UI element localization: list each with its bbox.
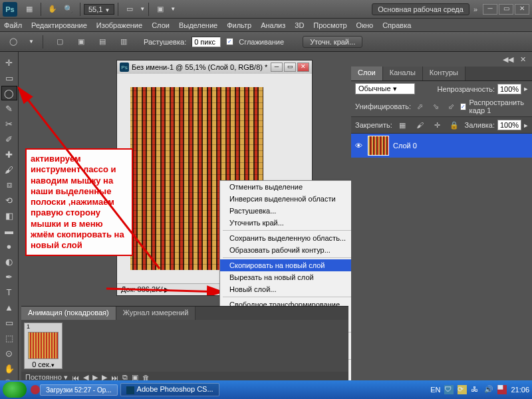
unify-visibility-icon[interactable]: ⬂ (431, 100, 440, 112)
healing-tool[interactable]: ✚ (1, 147, 17, 162)
clock[interactable]: 21:06 (511, 386, 529, 394)
layer-thumbnail[interactable] (368, 136, 389, 156)
unify-style-icon[interactable]: ⬃ (447, 100, 456, 112)
minimize-button[interactable]: ─ (483, 4, 497, 15)
history-brush-tool[interactable]: ⟲ (1, 193, 17, 207)
language-indicator[interactable]: EN (430, 386, 440, 394)
taskbar-item-photoshop[interactable]: Adobe Photoshop CS... (120, 383, 219, 396)
selection-subtract-icon[interactable]: ▤ (96, 36, 108, 48)
blend-mode-select[interactable]: Обычные ▾ (355, 83, 415, 94)
menu-file[interactable]: Файл (4, 21, 22, 29)
menu-layer[interactable]: Слои (152, 21, 170, 29)
hand-tool[interactable]: ✋ (1, 361, 17, 376)
unify-label: Унифицировать: (355, 102, 411, 110)
workspace-switcher[interactable]: Основная рабочая среда (372, 3, 469, 15)
zoom-level-input[interactable]: 55,1▼ (84, 4, 114, 15)
frame-delay[interactable]: 0 сек.▾ (32, 360, 55, 368)
path-select-tool[interactable]: ▲ (1, 300, 17, 315)
pen-tool[interactable]: ✒ (1, 269, 17, 284)
tab-measurement-log[interactable]: Журнал измерений (116, 307, 196, 320)
screen-mode-icon[interactable]: ▣ (154, 3, 166, 15)
antialias-label: Сглаживание (239, 38, 284, 46)
3d-tool[interactable]: ⬚ (1, 331, 17, 345)
lasso-tool-preset-icon[interactable]: ◯ (7, 36, 19, 48)
menu-view[interactable]: Просмотр (313, 21, 346, 29)
doc-maximize-button[interactable]: ▭ (284, 63, 296, 72)
workspace-chevrons-icon[interactable]: » (473, 5, 477, 13)
lock-transparency-icon[interactable]: ▦ (397, 119, 408, 131)
selection-add-icon[interactable]: ▣ (75, 36, 87, 48)
menu-filter[interactable]: Фильтр (227, 21, 251, 29)
app-titlebar: Ps ▦ ✋ 🔍 55,1▼ ▭▼ ▣▼ Основная рабочая ср… (0, 0, 532, 19)
layer-name[interactable]: Слой 0 (393, 142, 417, 150)
tab-animation[interactable]: Анимация (покадровая) (21, 307, 116, 320)
selection-intersect-icon[interactable]: ▥ (118, 36, 130, 48)
tray-shield-icon[interactable]: 🛡 (444, 385, 454, 394)
tray-update-icon[interactable]: ⟳ (458, 385, 467, 394)
hand-icon[interactable]: ✋ (47, 3, 59, 15)
close-button[interactable]: ✕ (515, 4, 529, 15)
doc-minimize-button[interactable]: ─ (271, 63, 283, 72)
animation-frame[interactable]: 1 0 сек.▾ (24, 323, 63, 369)
layer-visibility-icon[interactable]: 👁 (353, 142, 364, 150)
opera-icon[interactable] (31, 385, 40, 394)
lasso-tool[interactable]: ◯ (1, 86, 17, 100)
doc-close-button[interactable]: ✕ (297, 63, 309, 72)
menu-window[interactable]: Окно (356, 21, 374, 29)
start-button[interactable] (3, 382, 27, 398)
zoom-icon[interactable]: 🔍 (63, 3, 74, 15)
blur-tool[interactable]: ● (1, 239, 17, 253)
document-title: Без имени-1 @ 55,1% (Слой 0, RGB/8) * (132, 63, 267, 71)
view-extras-icon[interactable]: ▭ (124, 3, 136, 15)
menu-image[interactable]: Изображение (96, 21, 142, 29)
tab-layers[interactable]: Слои (351, 66, 383, 80)
move-tool[interactable]: ✛ (1, 55, 17, 70)
type-tool[interactable]: T (1, 285, 17, 299)
eraser-tool[interactable]: ◧ (1, 208, 17, 223)
crop-tool[interactable]: ✂ (1, 116, 17, 131)
menu-3d[interactable]: 3D (295, 21, 304, 29)
menu-help[interactable]: Справка (382, 21, 411, 29)
lock-label: Закрепить: (355, 121, 392, 129)
tray-volume-icon[interactable]: 🔊 (484, 385, 493, 394)
refine-edge-button[interactable]: Уточн. край... (303, 36, 362, 48)
tutorial-annotation: активируем инструмент лассо и наводим мы… (25, 148, 133, 256)
tab-paths[interactable]: Контуры (423, 66, 466, 80)
unify-position-icon[interactable]: ⬀ (416, 100, 424, 112)
menu-bar: Файл Редактирование Изображение Слои Выд… (0, 19, 532, 32)
3d-camera-tool[interactable]: ⊙ (1, 346, 17, 360)
lock-position-icon[interactable]: ✛ (432, 119, 442, 131)
shape-tool[interactable]: ▭ (1, 315, 17, 330)
gradient-tool[interactable]: ▬ (1, 223, 17, 238)
fill-input[interactable]: 100% (497, 120, 521, 130)
tray-network-icon[interactable]: 🖧 (471, 385, 480, 394)
opacity-input[interactable]: 100% (497, 84, 521, 94)
dodge-tool[interactable]: ◐ (1, 254, 17, 269)
menu-edit[interactable]: Редактирование (31, 21, 87, 29)
feather-input[interactable]: 0 пикс (192, 37, 221, 47)
menu-select[interactable]: Выделение (179, 21, 217, 29)
taskbar-item-downloads[interactable]: Загрузки 52:27 - Op... (40, 384, 118, 396)
stamp-tool[interactable]: ⧈ (1, 178, 17, 192)
marquee-tool[interactable]: ▭ (1, 70, 17, 85)
antialias-checkbox[interactable]: ✓ (226, 38, 233, 45)
eyedropper-tool[interactable]: ✐ (1, 132, 17, 146)
document-titlebar[interactable]: Ps Без имени-1 @ 55,1% (Слой 0, RGB/8) *… (117, 61, 312, 74)
windows-taskbar: Загрузки 52:27 - Op... Adobe Photoshop C… (0, 380, 532, 399)
lock-pixels-icon[interactable]: 🖌 (414, 119, 425, 131)
lock-all-icon[interactable]: 🔒 (449, 119, 460, 131)
collapse-panels-icon[interactable]: ◀◀ (501, 53, 515, 65)
document-icon: Ps (120, 63, 129, 72)
selection-new-icon[interactable]: ▢ (54, 36, 66, 48)
menu-analysis[interactable]: Анализ (261, 21, 285, 29)
quick-select-tool[interactable]: ✎ (1, 101, 17, 116)
layer-row[interactable]: 👁 Слой 0 (351, 134, 532, 158)
bridge-icon[interactable]: ▦ (23, 3, 35, 15)
panels-dock: ◀◀ ✕ Слои Каналы Контуры Обычные ▾ Непро… (351, 52, 532, 380)
tray-avira-icon[interactable]: ▀ (497, 385, 507, 394)
maximize-button[interactable]: ▭ (499, 4, 513, 15)
propagate-frame-checkbox[interactable]: ✓ (460, 103, 466, 110)
tab-channels[interactable]: Каналы (383, 66, 423, 80)
brush-tool[interactable]: 🖌 (1, 162, 17, 177)
close-panel-group-icon[interactable]: ✕ (516, 53, 529, 65)
